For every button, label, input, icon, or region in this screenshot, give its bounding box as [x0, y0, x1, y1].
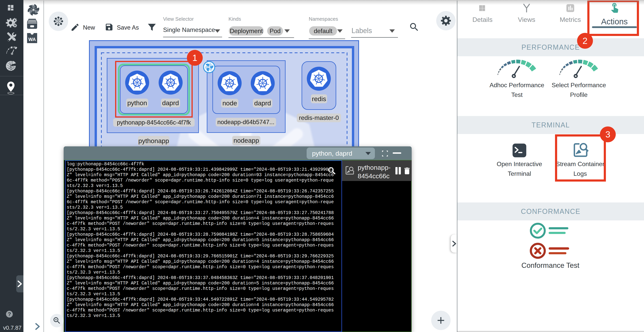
svg-text:WA: WA	[28, 37, 36, 42]
